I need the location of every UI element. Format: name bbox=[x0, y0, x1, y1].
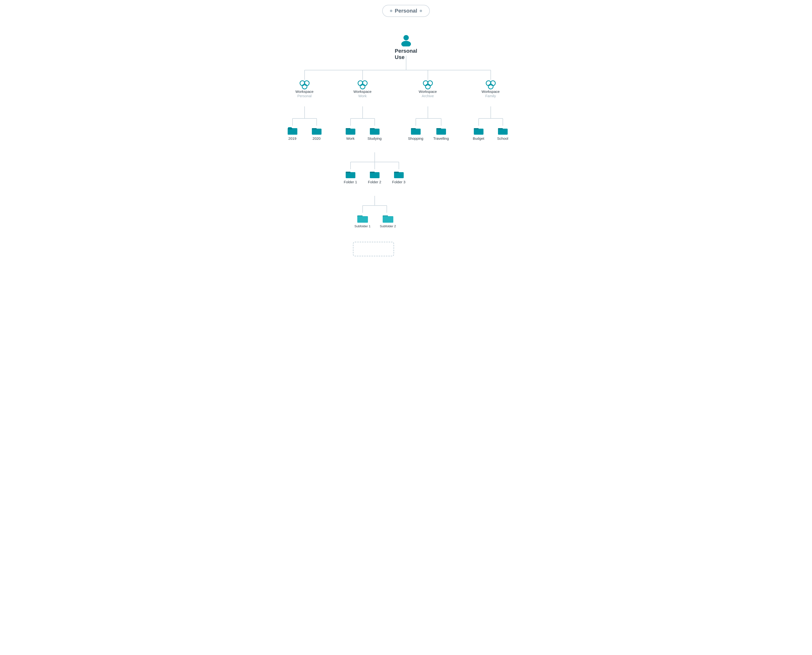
svg-rect-58 bbox=[474, 128, 479, 129]
workspace-archive[interactable]: Workspace Archive bbox=[416, 80, 440, 98]
dashed-placeholder[interactable] bbox=[353, 242, 394, 256]
ws-family-line2: Family bbox=[485, 94, 496, 98]
folder-2019-label: 2019 bbox=[289, 136, 296, 140]
folder-icon-3 bbox=[393, 169, 404, 179]
folder-school-label: School bbox=[497, 136, 508, 140]
folder-studying-label: Studying bbox=[367, 136, 381, 140]
folder-icon-budget bbox=[473, 126, 484, 135]
folder-shopping[interactable]: Shopping bbox=[406, 126, 425, 140]
ws-work-line2: Work bbox=[358, 94, 367, 98]
folder-budget-label: Budget bbox=[473, 136, 484, 140]
svg-rect-49 bbox=[346, 129, 355, 135]
folder-school[interactable]: School bbox=[493, 126, 513, 140]
svg-rect-46 bbox=[288, 128, 293, 129]
svg-rect-64 bbox=[370, 172, 375, 173]
folder-icon-1 bbox=[345, 169, 356, 179]
workspace-personal[interactable]: Workspace Personal bbox=[293, 80, 317, 98]
svg-rect-47 bbox=[312, 129, 321, 135]
ws-archive-line2: Archive bbox=[422, 94, 434, 98]
svg-rect-48 bbox=[312, 128, 317, 129]
folder-icon-2019 bbox=[287, 126, 298, 135]
folder-icon-travelling bbox=[436, 126, 447, 135]
connector-lines bbox=[273, 31, 539, 264]
subfolder-1[interactable]: Subfolder 1 bbox=[352, 213, 373, 228]
folder-budget[interactable]: Budget bbox=[469, 126, 488, 140]
svg-rect-51 bbox=[370, 129, 379, 135]
svg-rect-54 bbox=[411, 128, 416, 129]
pill-label: Personal bbox=[395, 8, 417, 14]
folder-3-label: Folder 3 bbox=[392, 180, 405, 184]
folder-icon-studying bbox=[369, 126, 380, 135]
ws-family-line1: Workspace bbox=[482, 89, 500, 94]
svg-rect-55 bbox=[436, 129, 446, 135]
svg-point-31 bbox=[404, 35, 409, 40]
folder-2020-label: 2020 bbox=[313, 136, 321, 140]
folder-2019[interactable]: 2019 bbox=[283, 126, 302, 140]
ws-personal-line1: Workspace bbox=[295, 89, 313, 94]
tree-diagram: Personal Use Workspace Personal Workspac… bbox=[273, 31, 539, 264]
folder-work[interactable]: Work bbox=[341, 126, 360, 140]
workspace-icon-work bbox=[357, 80, 368, 89]
folder-1-label: Folder 1 bbox=[344, 180, 357, 184]
root-label: Personal Use bbox=[395, 48, 417, 60]
top-pill[interactable]: Personal bbox=[382, 5, 430, 17]
folder-icon-2020 bbox=[311, 126, 322, 135]
pill-dot-left bbox=[390, 10, 392, 12]
ws-archive-line1: Workspace bbox=[419, 89, 437, 94]
workspace-icon bbox=[299, 80, 310, 89]
subfolder-2-label: Subfolder 2 bbox=[380, 224, 396, 228]
folder-2[interactable]: Folder 2 bbox=[365, 169, 384, 184]
svg-rect-53 bbox=[411, 129, 421, 135]
folder-icon-school bbox=[497, 126, 508, 135]
folder-travelling-label: Travelling bbox=[433, 136, 449, 140]
folder-1[interactable]: Folder 1 bbox=[341, 169, 360, 184]
svg-rect-59 bbox=[498, 129, 508, 135]
svg-rect-65 bbox=[394, 172, 404, 178]
folder-shopping-label: Shopping bbox=[408, 136, 423, 140]
folder-3[interactable]: Folder 3 bbox=[389, 169, 408, 184]
svg-rect-60 bbox=[498, 128, 503, 129]
svg-rect-56 bbox=[436, 128, 441, 129]
folder-studying[interactable]: Studying bbox=[365, 126, 384, 140]
svg-rect-61 bbox=[346, 172, 355, 178]
svg-rect-63 bbox=[370, 172, 379, 178]
root-node[interactable]: Personal Use bbox=[396, 34, 416, 60]
ws-work-line1: Workspace bbox=[353, 89, 371, 94]
ws-personal-line2: Personal bbox=[297, 94, 312, 98]
workspace-family[interactable]: Workspace Family bbox=[479, 80, 503, 98]
svg-rect-66 bbox=[394, 172, 399, 173]
workspace-icon-family bbox=[485, 80, 496, 89]
folder-icon-work bbox=[345, 126, 356, 135]
subfolder-1-label: Subfolder 1 bbox=[355, 224, 371, 228]
svg-rect-45 bbox=[288, 129, 297, 135]
svg-rect-52 bbox=[370, 128, 375, 129]
folder-icon-sub1 bbox=[356, 213, 368, 223]
workspace-work[interactable]: Workspace Work bbox=[350, 80, 375, 98]
pill-dot-right bbox=[420, 10, 422, 12]
folder-icon-shopping bbox=[410, 126, 421, 135]
folder-icon-sub2 bbox=[382, 213, 394, 223]
svg-rect-57 bbox=[474, 129, 484, 135]
folder-icon-2 bbox=[369, 169, 380, 179]
folder-work-label: Work bbox=[346, 136, 355, 140]
svg-point-32 bbox=[401, 41, 411, 46]
user-icon bbox=[400, 34, 412, 46]
folder-2-label: Folder 2 bbox=[368, 180, 381, 184]
folder-travelling[interactable]: Travelling bbox=[431, 126, 451, 140]
folder-2020[interactable]: 2020 bbox=[307, 126, 326, 140]
svg-rect-50 bbox=[346, 128, 350, 129]
workspace-icon-archive bbox=[422, 80, 433, 89]
subfolder-2[interactable]: Subfolder 2 bbox=[377, 213, 399, 228]
svg-rect-62 bbox=[346, 172, 350, 173]
